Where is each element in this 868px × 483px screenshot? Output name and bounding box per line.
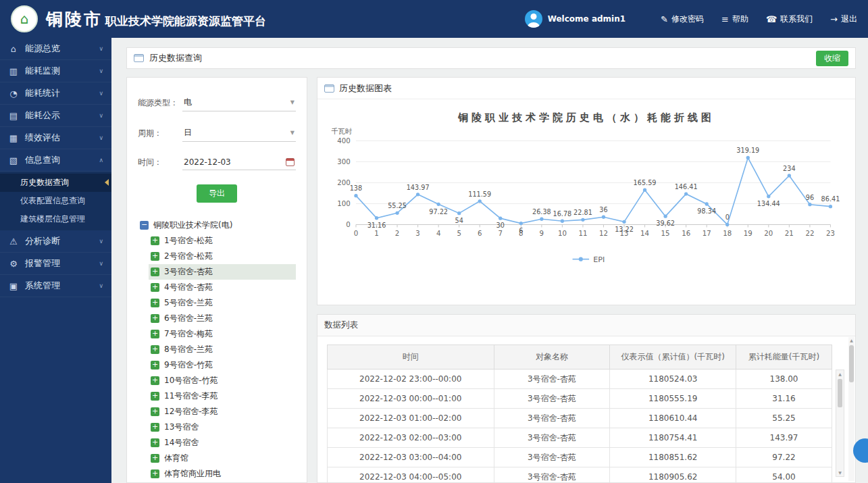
calendar-icon[interactable] bbox=[286, 158, 295, 166]
tree-expand-icon[interactable]: + bbox=[151, 299, 159, 307]
scroll-up-icon[interactable]: ▲ bbox=[848, 337, 854, 344]
change-password-link[interactable]: ✎ 修改密码 bbox=[661, 14, 704, 25]
table-row[interactable]: 2022-12-03 01:00--02:003号宿舍-杏苑1180610.44… bbox=[328, 409, 832, 428]
tree-expand-icon[interactable]: + bbox=[151, 236, 159, 245]
tree-node[interactable]: +14号宿舍 bbox=[149, 435, 296, 451]
svg-text:134.44: 134.44 bbox=[757, 200, 780, 207]
contact-us-link[interactable]: ☎ 联系我们 bbox=[766, 14, 813, 25]
energy-type-select[interactable]: 电 ▼ bbox=[182, 94, 296, 111]
table-row[interactable]: 2022-12-02 23:00--00:003号宿舍-杏苑1180524.03… bbox=[328, 370, 832, 389]
sidebar-item-5[interactable]: ▦绩效评估∨ bbox=[0, 127, 111, 149]
tree-node[interactable]: +体育馆商业用电 bbox=[149, 466, 296, 482]
sidebar-item-4[interactable]: ▤能耗公示∨ bbox=[0, 105, 111, 127]
sidebar-item-label: 能耗公示 bbox=[25, 109, 60, 122]
tree-collapse-icon[interactable]: − bbox=[140, 221, 149, 230]
energy-overview-icon: ⌂ bbox=[8, 44, 19, 54]
chevron-down-icon: ∨ bbox=[99, 134, 103, 141]
help-link[interactable]: ≡ 帮助 bbox=[721, 14, 748, 25]
tree-expand-icon[interactable]: + bbox=[151, 469, 159, 478]
tree-node[interactable]: +体育馆 bbox=[149, 451, 296, 466]
chevron-down-icon: ∨ bbox=[99, 260, 103, 267]
svg-text:30: 30 bbox=[496, 222, 505, 229]
table-cell: 55.25 bbox=[736, 409, 832, 428]
tree-expand-icon[interactable]: + bbox=[151, 252, 159, 261]
sidebar-item-label: 报警管理 bbox=[25, 257, 60, 270]
tree-node[interactable]: +3号宿舍-杏苑 bbox=[149, 264, 296, 280]
tree-expand-icon[interactable]: + bbox=[151, 376, 159, 385]
sidebar-subitem[interactable]: 仪表配置信息查询 bbox=[0, 192, 111, 210]
table-body: 2022-12-02 23:00--00:003号宿舍-杏苑1180524.03… bbox=[328, 370, 832, 483]
tree-node[interactable]: +12号宿舍-李苑 bbox=[149, 404, 296, 420]
sidebar-item-9[interactable]: ▣系统管理∨ bbox=[0, 275, 111, 297]
tree-expand-icon[interactable]: + bbox=[151, 314, 159, 323]
svg-text:EPI: EPI bbox=[593, 255, 605, 264]
tree-expand-icon[interactable]: + bbox=[151, 423, 159, 432]
tree-expand-icon[interactable]: + bbox=[151, 392, 159, 401]
tree-node[interactable]: +4号宿舍-杏苑 bbox=[149, 280, 296, 295]
scrollbar-thumb[interactable] bbox=[849, 345, 854, 382]
performance-eval-icon: ▦ bbox=[8, 133, 19, 143]
export-button[interactable]: 导出 bbox=[197, 184, 237, 203]
tree-node[interactable]: +8号宿舍-兰苑 bbox=[149, 342, 296, 357]
tree-node[interactable]: +9号宿舍-竹苑 bbox=[149, 357, 296, 373]
sidebar-item-3[interactable]: ◔能耗统计∨ bbox=[0, 82, 111, 105]
svg-text:千瓦时: 千瓦时 bbox=[331, 128, 352, 135]
svg-text:17: 17 bbox=[703, 230, 711, 237]
tree-node[interactable]: +1号宿舍-松苑 bbox=[149, 233, 296, 249]
scroll-up-icon[interactable]: ▲ bbox=[836, 370, 844, 378]
energy-stats-icon: ◔ bbox=[8, 88, 19, 99]
sidebar-item-label: 分析诊断 bbox=[25, 235, 60, 247]
svg-text:319.19: 319.19 bbox=[736, 147, 759, 154]
scroll-down-icon[interactable]: ▼ bbox=[836, 469, 844, 476]
tree-expand-icon[interactable]: + bbox=[151, 361, 159, 370]
scrollbar-thumb[interactable] bbox=[838, 379, 842, 407]
tree-expand-icon[interactable]: + bbox=[151, 407, 159, 416]
tree-expand-icon[interactable]: + bbox=[151, 438, 159, 447]
sidebar-item-6[interactable]: ▧信息查询∧ bbox=[0, 149, 111, 172]
table-cell: 1180754.41 bbox=[610, 428, 736, 448]
sidebar-item-1[interactable]: ⌂能源总览∨ bbox=[0, 38, 111, 60]
tree-node[interactable]: +11号宿舍-李苑 bbox=[149, 388, 296, 404]
tree-node[interactable]: +一食堂 bbox=[149, 482, 296, 482]
table-row[interactable]: 2022-12-03 00:00--01:003号宿舍-杏苑1180555.19… bbox=[328, 389, 832, 409]
collapse-button[interactable]: 收缩 bbox=[816, 51, 848, 66]
tree-expand-icon[interactable]: + bbox=[151, 268, 159, 276]
tree-expand-icon[interactable]: + bbox=[151, 454, 159, 463]
panel-scrollbar[interactable]: ▲ bbox=[848, 337, 854, 481]
svg-text:400: 400 bbox=[337, 137, 350, 145]
tree-node[interactable]: +13号宿舍 bbox=[149, 420, 296, 435]
table-row[interactable]: 2022-12-03 04:00--05:003号宿舍-杏苑1180905.62… bbox=[328, 467, 832, 483]
line-chart: 千瓦时0100200300400012345678910111213141516… bbox=[324, 127, 848, 269]
table-scrollbar[interactable]: ▲ ▼ bbox=[836, 370, 844, 477]
chart-panel-title: 历史数据图表 bbox=[339, 82, 392, 95]
sidebar-item-7[interactable]: ⚠分析诊断∨ bbox=[0, 230, 111, 253]
tree-node[interactable]: +6号宿舍-兰苑 bbox=[149, 311, 296, 326]
table-row[interactable]: 2022-12-03 02:00--03:003号宿舍-杏苑1180754.41… bbox=[328, 428, 832, 448]
sidebar-item-2[interactable]: ▥能耗监测∨ bbox=[0, 60, 111, 82]
table-cell: 1180905.62 bbox=[610, 467, 736, 483]
sidebar-subitem[interactable]: 建筑楼层信息管理 bbox=[0, 210, 111, 228]
header-actions: Welcome admin1 ✎ 修改密码 ≡ 帮助 ☎ 联系我们 → 退出 bbox=[525, 10, 857, 28]
date-input[interactable]: 2022-12-03 bbox=[182, 155, 296, 170]
table-row[interactable]: 2022-12-03 03:00--04:003号宿舍-杏苑1180851.62… bbox=[328, 448, 832, 467]
tree-root[interactable]: −铜陵职业技术学院(电) bbox=[138, 218, 296, 233]
tree-node[interactable]: +5号宿舍-兰苑 bbox=[149, 295, 296, 311]
table-cell: 1180851.62 bbox=[610, 448, 736, 467]
period-select[interactable]: 日 ▼ bbox=[182, 124, 296, 142]
table-cell: 2022-12-02 23:00--00:00 bbox=[328, 370, 494, 389]
logout-link[interactable]: → 退出 bbox=[830, 14, 857, 25]
sidebar-item-8[interactable]: ⚙报警管理∨ bbox=[0, 253, 111, 275]
svg-text:6: 6 bbox=[478, 230, 482, 237]
tree-expand-icon[interactable]: + bbox=[151, 283, 159, 292]
tree-expand-icon[interactable]: + bbox=[151, 330, 159, 338]
tree-node[interactable]: +7号宿舍-梅苑 bbox=[149, 326, 296, 342]
svg-text:22.81: 22.81 bbox=[573, 209, 592, 216]
table-cell: 3号宿舍-杏苑 bbox=[494, 389, 610, 409]
sidebar-subitem[interactable]: 历史数据查询 bbox=[0, 174, 111, 192]
tree-expand-icon[interactable]: + bbox=[151, 345, 159, 354]
period-value: 日 bbox=[184, 127, 192, 138]
table-header-row: 时间对象名称仪表示值（累计值）(千瓦时)累计耗能量(千瓦时) bbox=[328, 345, 832, 370]
building-tree: −铜陵职业技术学院(电)+1号宿舍-松苑+2号宿舍-松苑+3号宿舍-杏苑+4号宿… bbox=[138, 218, 296, 482]
tree-node[interactable]: +2号宿舍-松苑 bbox=[149, 249, 296, 264]
tree-node[interactable]: +10号宿舍-竹苑 bbox=[149, 373, 296, 388]
